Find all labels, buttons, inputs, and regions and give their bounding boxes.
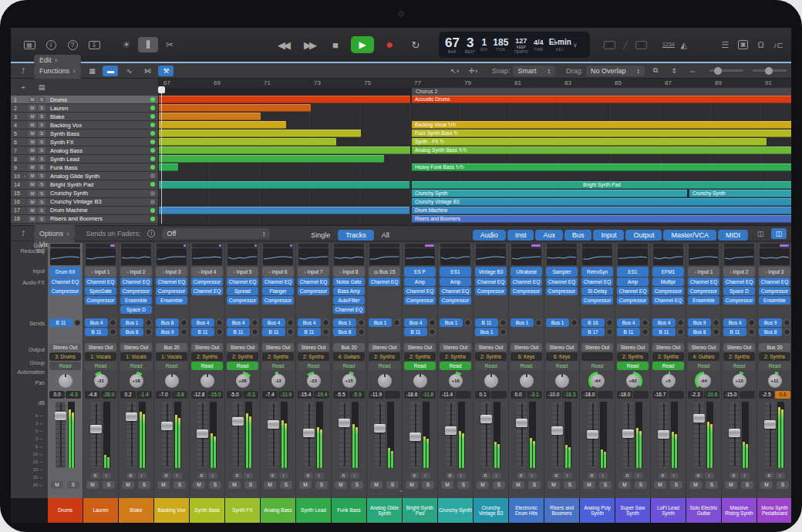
send-knob[interactable]: [642, 319, 649, 326]
pan-knob[interactable]: [376, 372, 394, 390]
peak-value[interactable]: -4.3: [66, 391, 81, 399]
send-knob[interactable]: [642, 328, 649, 335]
list-icon[interactable]: ☰: [722, 40, 730, 50]
record-enable-button[interactable]: R: [233, 473, 242, 479]
fx-slot[interactable]: Compressor: [85, 296, 116, 305]
group-slot[interactable]: 6: Keys: [511, 352, 542, 361]
group-slot[interactable]: 2: Synths: [759, 352, 790, 361]
send-knob[interactable]: [500, 328, 507, 335]
send-slot[interactable]: Bus 8: [688, 328, 711, 336]
cycle-button[interactable]: ↻: [405, 39, 426, 51]
pointer-tool[interactable]: ↖∨: [447, 66, 463, 76]
record-enable-button[interactable]: R: [410, 473, 420, 479]
send-slot[interactable]: Bus 4: [617, 318, 640, 327]
fx-slot[interactable]: Ensemble: [156, 296, 187, 305]
send-slot[interactable]: Bus 9: [688, 318, 711, 327]
group-slot[interactable]: 2: Synths: [262, 352, 294, 361]
send-slot[interactable]: Bus 4: [404, 318, 427, 327]
send-slot[interactable]: Bus 9: [759, 318, 782, 327]
strip-name-drums[interactable]: Drums: [48, 498, 83, 523]
strip-name-bright-synth-pad[interactable]: Bright Synth Pad: [403, 498, 437, 523]
send-slot[interactable]: B 11: [85, 328, 108, 336]
send-slot[interactable]: Bus 4: [652, 318, 676, 327]
pan-knob[interactable]: +5: [659, 372, 678, 390]
track-header-bright-synth-pad[interactable]: 14MSBright Synth Pad: [11, 180, 158, 189]
send-knob[interactable]: [783, 319, 790, 326]
fx-slot[interactable]: Amp: [404, 278, 436, 286]
pan-knob[interactable]: -64: [588, 372, 607, 390]
input-monitor-button[interactable]: I: [705, 473, 714, 479]
send-knob[interactable]: [606, 328, 613, 335]
solo-button[interactable]: S: [422, 481, 434, 489]
peak-value[interactable]: 0.6: [775, 391, 790, 399]
fx-slot[interactable]: Space D: [120, 305, 152, 314]
input-monitor-button[interactable]: I: [102, 473, 111, 479]
send-knob[interactable]: [713, 328, 719, 335]
record-enable-button[interactable]: R: [765, 473, 774, 479]
strip-name-synth-bass[interactable]: Synth Bass: [190, 498, 224, 523]
automation-icon[interactable]: ∿: [121, 66, 136, 76]
mute-button[interactable]: M: [370, 481, 382, 489]
mute-button[interactable]: M: [29, 122, 36, 128]
browser-icon[interactable]: ▣: [738, 40, 748, 49]
menu-edit[interactable]: Edit∨: [34, 225, 75, 228]
solo-button[interactable]: S: [493, 481, 505, 489]
group-slot[interactable]: 2: Synths: [191, 352, 223, 361]
mute-button[interactable]: M: [51, 481, 63, 489]
volume-fader[interactable]: [197, 429, 208, 438]
input-monitor-button[interactable]: I: [457, 473, 466, 479]
input-slot[interactable]: ◦ Input 3: [156, 267, 187, 277]
volume-value[interactable]: -15.4: [298, 391, 313, 399]
volume-fader[interactable]: [232, 417, 244, 426]
mute-button[interactable]: M: [193, 481, 205, 489]
output-slot[interactable]: Stereo Out: [262, 343, 294, 352]
solo-button[interactable]: S: [244, 481, 257, 489]
snap-select[interactable]: Smart↕: [513, 66, 555, 76]
send-knob[interactable]: [464, 319, 471, 326]
input-slot[interactable]: ◦ Input 3: [759, 267, 790, 277]
volume-value[interactable]: -5.5: [333, 391, 349, 399]
strip-name-crunchy-vintage-b3[interactable]: Crunchy Vintage B3: [473, 498, 508, 523]
group-slot[interactable]: 2: Synths: [298, 352, 329, 361]
fx-slot[interactable]: Compressor: [404, 296, 436, 305]
volume-fader[interactable]: [374, 424, 386, 433]
input-monitor-button[interactable]: I: [527, 473, 537, 479]
track-options-icon[interactable]: ▤: [34, 82, 49, 93]
fx-slot[interactable]: St-Delay: [581, 287, 613, 295]
eq-thumbnail[interactable]: [618, 248, 648, 265]
peak-value[interactable]: -3.1: [527, 391, 542, 399]
send-slot[interactable]: Bus 1: [369, 318, 392, 327]
eq-thumbnail[interactable]: [476, 248, 506, 265]
input-slot[interactable]: ◦ Input 4: [191, 267, 223, 277]
send-slot[interactable]: Bus 1: [475, 328, 498, 336]
filter-aux[interactable]: Aux: [535, 230, 563, 241]
fx-slot[interactable]: Compressor: [511, 287, 542, 295]
volume-value[interactable]: 0.1: [475, 391, 490, 399]
record-enable-button[interactable]: R: [197, 473, 207, 479]
input-slot[interactable]: ◦ Input 2: [723, 267, 755, 277]
fx-slot[interactable]: Channel EQ: [333, 305, 365, 314]
send-knob[interactable]: [216, 319, 223, 326]
output-slot[interactable]: Stereo Out: [191, 343, 223, 352]
solo-button[interactable]: S: [209, 481, 221, 489]
fx-slot[interactable]: Compressor: [688, 287, 719, 295]
loops-icon[interactable]: Ω: [757, 40, 763, 49]
output-slot[interactable]: Bus 20: [156, 343, 187, 352]
mute-button[interactable]: M: [29, 207, 36, 214]
eq-thumbnail[interactable]: [227, 248, 258, 265]
automation-mode[interactable]: Read: [333, 362, 365, 370]
strip-name-backing-vox[interactable]: Backing Vox: [154, 498, 189, 523]
volume-fader[interactable]: [693, 414, 705, 423]
pan-knob[interactable]: +15: [340, 372, 359, 390]
region[interactable]: Crunchy Synth: [689, 190, 791, 197]
mute-button[interactable]: M: [760, 481, 773, 489]
group-slot[interactable]: 6: Keys: [546, 352, 578, 361]
mute-button[interactable]: M: [689, 481, 702, 489]
play-button[interactable]: ▶: [351, 36, 374, 53]
send-slot[interactable]: Bus 4: [227, 318, 250, 327]
input-monitor-button[interactable]: I: [776, 473, 785, 479]
strip-name-risers-and-boomers[interactable]: Risers and Boomers: [544, 498, 579, 523]
region[interactable]: Analog Synth Bass ↻↻: [412, 146, 791, 154]
filter-bus[interactable]: Bus: [564, 230, 592, 241]
track-header-analog-bass[interactable]: 7MSAnalog Bass: [11, 146, 158, 155]
